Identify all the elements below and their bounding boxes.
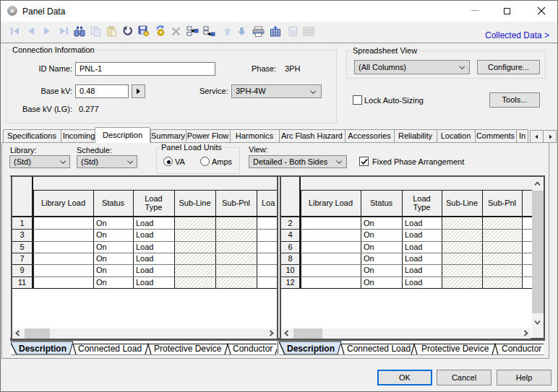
svg-text:e: e — [10, 6, 14, 14]
svg-text:Connected Load: Connected Load — [78, 344, 142, 354]
svg-text:Conductor: Conductor — [502, 344, 541, 354]
svg-text:Connected Load: Connected Load — [347, 344, 411, 354]
svg-text:Protective Device: Protective Device — [421, 344, 489, 354]
svg-text:Description: Description — [19, 344, 66, 354]
svg-text:Protective Device: Protective Device — [154, 344, 222, 354]
svg-text:Conductor: Conductor — [233, 344, 272, 354]
svg-text:Description: Description — [287, 344, 335, 354]
